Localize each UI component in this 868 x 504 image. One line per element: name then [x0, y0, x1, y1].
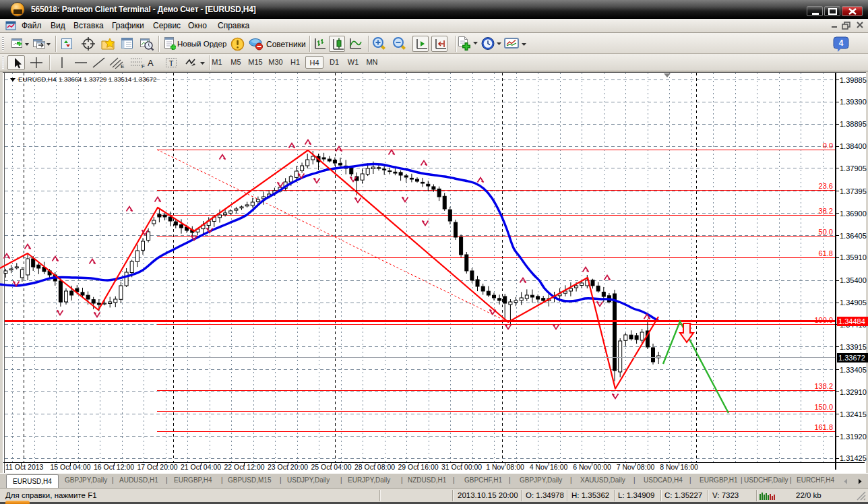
svg-text:138.2: 138.2 [814, 382, 833, 390]
svg-text:1.35400: 1.35400 [840, 276, 867, 284]
svg-text:61.8: 61.8 [819, 249, 833, 257]
svg-text:0.0: 0.0 [823, 141, 833, 150]
svg-text:T: T [169, 59, 174, 67]
svg-text:38.2: 38.2 [819, 207, 833, 215]
svg-text:EURUSD,H4: EURUSD,H4 [18, 75, 57, 83]
svg-text:15 Oct 04:00: 15 Oct 04:00 [50, 463, 90, 471]
svg-text:1.33405: 1.33405 [840, 366, 867, 374]
svg-text:28 Oct 08:00: 28 Oct 08:00 [354, 463, 395, 471]
svg-text:50.0: 50.0 [819, 228, 833, 236]
svg-text:1 Nov 08:00: 1 Nov 08:00 [486, 463, 524, 471]
svg-text:1.32910: 1.32910 [840, 388, 867, 396]
svg-text:23.6: 23.6 [819, 182, 833, 190]
svg-text:1.34905: 1.34905 [840, 298, 867, 307]
svg-text:E: E [121, 63, 124, 69]
svg-text:1.31920: 1.31920 [840, 433, 867, 441]
svg-text:4 Nov 16:00: 4 Nov 16:00 [530, 463, 568, 471]
svg-text:1.33664 1.33729 1.33514 1.3: 1.33664 1.33729 1.33514 1.33672 [59, 75, 156, 83]
svg-text:7 Nov 08:00: 7 Nov 08:00 [617, 463, 655, 471]
svg-text:8 Nov 16:00: 8 Nov 16:00 [660, 463, 698, 471]
svg-text:4: 4 [839, 38, 844, 48]
svg-text:1.38400: 1.38400 [840, 142, 867, 150]
svg-text:161.8: 161.8 [814, 423, 833, 431]
svg-text:6 Nov 00:00: 6 Nov 00:00 [573, 463, 611, 471]
svg-text:11 Oct 2013: 11 Oct 2013 [5, 463, 44, 471]
svg-text:1.33915: 1.33915 [840, 343, 867, 351]
svg-text:1.38895: 1.38895 [840, 120, 867, 128]
svg-text:1.36900: 1.36900 [840, 210, 867, 218]
svg-text:31 Oct 00:00: 31 Oct 00:00 [441, 463, 482, 471]
svg-text:100.0: 100.0 [814, 316, 833, 324]
svg-text:1.32415: 1.32415 [840, 410, 867, 418]
svg-text:1.34484: 1.34484 [838, 317, 865, 325]
svg-text:23 Oct 20:00: 23 Oct 20:00 [268, 463, 308, 471]
svg-text:21 Oct 04:00: 21 Oct 04:00 [181, 463, 221, 471]
svg-text:1.37905: 1.37905 [840, 164, 867, 172]
svg-text:29 Oct 16:00: 29 Oct 16:00 [398, 463, 438, 471]
svg-text:1.37395: 1.37395 [840, 187, 867, 195]
svg-text:F: F [142, 63, 145, 69]
svg-text:1.35910: 1.35910 [840, 253, 867, 261]
svg-text:17 Oct 20:00: 17 Oct 20:00 [137, 463, 177, 471]
svg-text:1.31425: 1.31425 [840, 454, 867, 462]
svg-text:1.33672: 1.33672 [838, 354, 865, 362]
svg-text:1.39885: 1.39885 [840, 76, 867, 84]
svg-text:25 Oct 04:00: 25 Oct 04:00 [311, 463, 351, 471]
svg-text:16 Oct 12:00: 16 Oct 12:00 [94, 463, 134, 471]
svg-text:1.39390: 1.39390 [840, 98, 867, 106]
svg-text:1.36405: 1.36405 [840, 232, 867, 240]
svg-text:150.0: 150.0 [814, 403, 833, 411]
svg-text:22 Oct 12:00: 22 Oct 12:00 [224, 463, 264, 471]
